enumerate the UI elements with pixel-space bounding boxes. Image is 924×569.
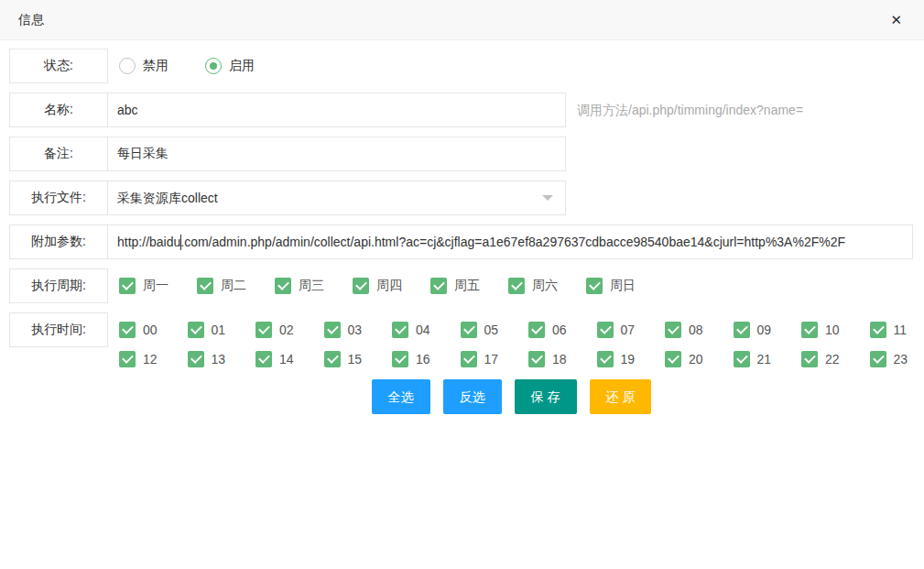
- weekday-label: 周六: [532, 278, 558, 294]
- radio-disable[interactable]: 禁用: [119, 58, 168, 74]
- radio-disable-label: 禁用: [143, 58, 168, 74]
- exec-file-row: 执行文件: 采集资源库collect: [9, 181, 915, 215]
- radio-enable[interactable]: 启用: [205, 58, 255, 74]
- remark-label: 备注:: [9, 137, 108, 171]
- hour-label: 10: [825, 323, 840, 337]
- hour-label: 08: [689, 323, 703, 337]
- weekday-checkbox-thu[interactable]: 周四: [353, 278, 430, 294]
- exec-file-select[interactable]: 采集资源库collect: [108, 181, 566, 215]
- weekday-label: 周二: [221, 278, 246, 294]
- checked-checkbox-icon: [275, 278, 291, 294]
- hour-label: 19: [621, 352, 636, 367]
- hour-checkbox[interactable]: 19: [597, 351, 666, 367]
- hour-checkbox[interactable]: 05: [461, 322, 529, 338]
- hour-checkbox[interactable]: 16: [392, 351, 461, 367]
- select-all-button[interactable]: 全选: [372, 379, 430, 414]
- hour-label: 02: [279, 323, 294, 337]
- hour-checkbox[interactable]: 18: [528, 351, 597, 367]
- hour-row-2: 12 13 14 15 16 17 18 19 20 21 22 23: [119, 348, 924, 370]
- text-cursor: [180, 235, 181, 250]
- checked-checkbox-icon: [665, 322, 681, 338]
- hour-label: 16: [416, 352, 430, 367]
- hour-label: 22: [825, 352, 840, 367]
- weekday-checkbox-wed[interactable]: 周三: [275, 278, 353, 294]
- hour-checkbox[interactable]: 09: [734, 322, 802, 338]
- hour-checkbox[interactable]: 14: [255, 351, 324, 367]
- hour-checkbox[interactable]: 17: [461, 351, 529, 367]
- name-input[interactable]: [107, 93, 566, 127]
- hour-checkbox[interactable]: 13: [188, 351, 256, 367]
- hour-checkbox[interactable]: 21: [734, 351, 802, 367]
- restore-button[interactable]: 还 原: [590, 379, 652, 414]
- invert-selection-button[interactable]: 反选: [443, 379, 502, 414]
- extra-params-input[interactable]: [107, 224, 913, 259]
- weekday-label: 周一: [143, 278, 168, 294]
- status-row: 状态: 禁用 启用: [9, 49, 915, 83]
- weekday-checkbox-tue[interactable]: 周二: [197, 278, 275, 294]
- checked-checkbox-icon: [197, 278, 213, 294]
- exec-time-row: 执行时间: 00 01 02 03 04 05 06 07 08 09 10 1…: [9, 312, 915, 370]
- checked-checkbox-icon: [353, 278, 369, 294]
- hour-label: 18: [552, 352, 567, 367]
- hour-checkbox[interactable]: 04: [392, 322, 461, 338]
- checked-checkbox-icon: [461, 351, 477, 367]
- checked-checkbox-icon: [528, 351, 545, 367]
- hour-checkbox[interactable]: 10: [801, 322, 870, 338]
- checked-checkbox-icon: [586, 278, 603, 294]
- hour-checkbox[interactable]: 06: [528, 322, 597, 338]
- hour-label: 14: [279, 352, 294, 367]
- hour-label: 04: [416, 323, 430, 337]
- remark-input[interactable]: [107, 137, 566, 171]
- hour-checkbox[interactable]: 02: [255, 322, 324, 338]
- radio-checked-icon: [205, 58, 222, 74]
- hour-checkbox[interactable]: 20: [665, 351, 734, 367]
- hour-label: 09: [757, 323, 772, 337]
- radio-enable-label: 启用: [229, 58, 255, 74]
- exec-cycle-row: 执行周期: 周一 周二 周三 周四 周五 周六 周日: [9, 268, 915, 303]
- save-button[interactable]: 保 存: [515, 379, 577, 414]
- checked-checkbox-icon: [870, 351, 886, 367]
- checked-checkbox-icon: [188, 322, 204, 338]
- hour-checkbox[interactable]: 07: [597, 322, 666, 338]
- hour-label: 11: [894, 323, 908, 337]
- radio-unchecked-icon: [119, 58, 136, 74]
- hour-row-1: 00 01 02 03 04 05 06 07 08 09 10 11: [119, 312, 924, 347]
- hour-label: 20: [689, 352, 703, 367]
- hour-checkbox[interactable]: 15: [324, 351, 393, 367]
- timing-form: 状态: 禁用 启用 名称: 调用方法/api.php/timming/index…: [0, 40, 924, 414]
- checked-checkbox-icon: [188, 351, 204, 367]
- hour-checkbox[interactable]: 22: [801, 351, 870, 367]
- hour-checkbox[interactable]: 03: [324, 322, 393, 338]
- hour-label: 01: [212, 323, 226, 337]
- hour-label: 13: [212, 352, 226, 367]
- checked-checkbox-icon: [119, 278, 136, 294]
- weekday-checkbox-sat[interactable]: 周六: [508, 278, 586, 294]
- weekday-label: 周日: [610, 278, 636, 294]
- weekday-checkbox-group: 周一 周二 周三 周四 周五 周六 周日: [108, 268, 664, 303]
- api-hint-text: 调用方法/api.php/timming/index?name=: [577, 93, 803, 127]
- weekday-checkbox-mon[interactable]: 周一: [119, 278, 197, 294]
- hour-checkbox[interactable]: 01: [188, 322, 256, 338]
- hour-checkbox[interactable]: 00: [119, 322, 188, 338]
- checked-checkbox-icon: [665, 351, 681, 367]
- hour-checkbox[interactable]: 12: [119, 351, 188, 367]
- hour-checkbox[interactable]: 08: [665, 322, 734, 338]
- checked-checkbox-icon: [119, 351, 136, 367]
- checked-checkbox-icon: [392, 322, 408, 338]
- exec-time-label: 执行时间:: [9, 312, 108, 347]
- weekday-checkbox-sun[interactable]: 周日: [586, 278, 664, 294]
- checked-checkbox-icon: [119, 322, 136, 338]
- close-icon[interactable]: ✕: [886, 9, 906, 30]
- checked-checkbox-icon: [461, 322, 477, 338]
- name-label: 名称:: [9, 93, 108, 127]
- hour-checkbox[interactable]: 23: [870, 351, 924, 367]
- weekday-checkbox-fri[interactable]: 周五: [430, 278, 508, 294]
- extra-params-wrap: [108, 224, 913, 259]
- hour-label: 17: [484, 352, 499, 367]
- checked-checkbox-icon: [597, 351, 614, 367]
- hour-checkbox[interactable]: 11: [870, 322, 924, 338]
- hour-label: 21: [757, 352, 772, 367]
- weekday-label: 周三: [299, 278, 324, 294]
- exec-file-label: 执行文件:: [9, 181, 108, 215]
- exec-file-selected-value: 采集资源库collect: [107, 181, 566, 215]
